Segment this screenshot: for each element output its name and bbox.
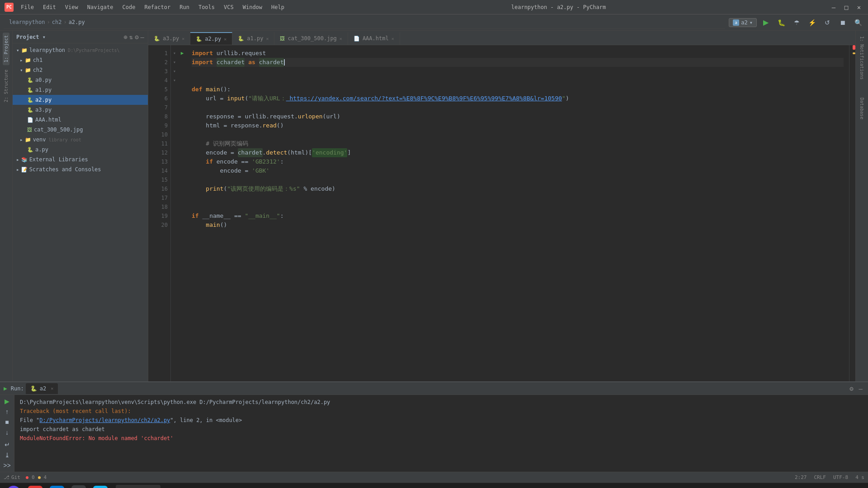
tree-item-a1[interactable]: 🐍 a1.py (13, 85, 148, 95)
run-line-19[interactable]: ▶ (178, 49, 186, 58)
fold-16[interactable]: ▾ (171, 76, 178, 85)
tree-item-aaa[interactable]: 📄 AAA.html (13, 115, 148, 125)
ch2-folder-icon: 📁 (25, 67, 31, 73)
taskbar-item-red[interactable]: 🛡 (25, 483, 45, 488)
sidebar-add-icon[interactable]: ⊕ (123, 33, 127, 41)
run-stop-button[interactable]: ■ (2, 418, 13, 426)
menu-file[interactable]: File (17, 3, 38, 11)
run-configuration[interactable]: a a2 ▾ (729, 18, 757, 27)
editor-scrollbar[interactable] (849, 45, 855, 381)
menu-navigate[interactable]: Navigate (84, 3, 117, 11)
code-line-3 (192, 67, 844, 76)
tree-item-venv[interactable]: ▸ 📁 venv library root (13, 135, 148, 145)
run-play-button[interactable]: ▶ (2, 397, 13, 405)
run-more-button[interactable]: >> (2, 461, 13, 470)
tree-item-a2[interactable]: 🐍 a2.py (13, 95, 148, 105)
status-errors[interactable]: 0 4 (26, 474, 47, 480)
menu-edit[interactable]: Edit (39, 3, 60, 11)
warning-marker (853, 52, 855, 54)
extlib-expand-icon: ▸ (16, 157, 19, 163)
run-button[interactable]: ▶ (760, 17, 772, 28)
run-config-dropdown[interactable]: ▾ (750, 19, 753, 26)
search-everywhere[interactable]: 🔍 (852, 17, 864, 28)
tree-item-cat[interactable]: 🖼 cat_300_500.jpg (13, 125, 148, 135)
tab-a1-close[interactable]: ✕ (266, 36, 269, 41)
maximize-button[interactable]: □ (842, 4, 851, 11)
run-scroll-button[interactable]: ⤓ (2, 451, 13, 460)
fold-1[interactable]: ▾ (171, 49, 178, 58)
panel-toggle-project[interactable]: 1: Project (3, 33, 9, 65)
fold-2[interactable]: ▾ (171, 58, 178, 67)
status-crlf[interactable]: CRLF (814, 474, 826, 480)
stop-button[interactable]: ⏹ (836, 17, 849, 28)
panel-notifications[interactable]: 1: Notifications (859, 33, 865, 83)
tree-item-ch2[interactable]: ▾ 📁 ch2 (13, 65, 148, 75)
run-config-label: a2 (741, 19, 747, 26)
run-tab-close[interactable]: ✕ (51, 386, 53, 391)
menu-window[interactable]: Window (239, 3, 266, 11)
fold-5[interactable]: ▾ (171, 67, 178, 76)
status-line-col[interactable]: 2:27 (795, 474, 807, 480)
tab-run-a2[interactable]: 🐍 a2 ✕ (26, 383, 58, 394)
code-line-12: encode = chardet.detect(html)['encoding'… (192, 148, 844, 157)
tree-item-a[interactable]: 🐍 a.py (13, 145, 148, 155)
status-git[interactable]: ⎇ Git (4, 474, 20, 480)
menu-refactor[interactable]: Refactor (141, 3, 174, 11)
sidebar-collapse-icon[interactable]: ⇅ (129, 33, 133, 41)
breadcrumb-file[interactable]: a2.py (69, 19, 85, 25)
taskbar-item-qq[interactable]: Q (90, 483, 110, 488)
run-up-button[interactable]: ↑ (2, 407, 13, 416)
menu-run[interactable]: Run (176, 3, 193, 11)
tree-item-a3[interactable]: 🐍 a3.py (13, 105, 148, 115)
close-button[interactable]: ✕ (854, 4, 863, 11)
tab-a3[interactable]: 🐍 a3.py ✕ (148, 32, 190, 45)
tab-a2[interactable]: 🐍 a2.py ✕ (190, 32, 232, 45)
panel-toggle-structure[interactable]: 2: Structure (3, 67, 9, 105)
tree-item-external-libs[interactable]: ▸ 📚 External Libraries (13, 155, 148, 164)
sidebar-minimize-icon[interactable]: — (141, 33, 144, 41)
rerun-button[interactable]: ↺ (821, 17, 834, 28)
tab-aaa-close[interactable]: ✕ (392, 36, 394, 41)
menu-tools[interactable]: Tools (195, 3, 218, 11)
menu-code[interactable]: Code (119, 3, 139, 11)
tree-item-a0[interactable]: 🐍 a0.py (13, 75, 148, 85)
run-file-link[interactable]: D:/PycharmProjects/learnpython/ch2/a2.py (39, 417, 170, 423)
tab-cat[interactable]: 🖼 cat_300_500.jpg ✕ (274, 32, 348, 45)
debug-button[interactable]: 🐛 (775, 17, 788, 28)
breadcrumb-ch2[interactable]: ch2 (52, 19, 62, 25)
run-down-button[interactable]: ↓ (2, 428, 13, 436)
menu-view[interactable]: View (61, 3, 82, 11)
right-panel: 1: Notifications Database (855, 31, 868, 381)
minimize-panel-icon[interactable]: — (857, 384, 864, 393)
tree-item-root[interactable]: ▾ 📁 learnpython D:\PycharmProjects\ (13, 45, 148, 55)
minimize-button[interactable]: — (829, 4, 838, 11)
status-indent[interactable]: 4 s (855, 474, 864, 480)
tab-cat-close[interactable]: ✕ (340, 36, 342, 41)
coverage-button[interactable]: ☂ (790, 17, 803, 28)
tree-item-ch1[interactable]: ▸ 📁 ch1 (13, 55, 148, 65)
taskbar-item-pycharm[interactable]: PC (69, 483, 89, 488)
run-label: Run: (11, 385, 24, 392)
code-content[interactable]: import urllib.request import cchardet as… (186, 45, 849, 381)
breadcrumb-project[interactable]: learnpython (9, 19, 45, 25)
profile-button[interactable]: ⚡ (806, 17, 818, 28)
settings-icon[interactable]: ⚙ (848, 384, 855, 393)
taskbar-terminal[interactable]: ⬛ Terminal (116, 485, 160, 488)
sidebar-tree: ▾ 📁 learnpython D:\PycharmProjects\ ▸ 📁 … (13, 43, 148, 381)
error-indicator (26, 476, 28, 479)
run-wrap-button[interactable]: ↵ (2, 441, 13, 449)
panel-database[interactable]: Database (859, 94, 865, 123)
menu-vcs[interactable]: VCS (220, 3, 237, 11)
code-editor[interactable]: 12345 678910 1112131415 1617181920 ▾ ▾ ▾ (148, 45, 855, 381)
sidebar-settings-icon[interactable]: ⚙ (135, 33, 138, 41)
tab-aaa[interactable]: 📄 AAA.html ✕ (348, 32, 400, 45)
status-encoding[interactable]: UTF-8 (833, 474, 848, 480)
code-line-2: import cchardet as chardet (192, 58, 844, 67)
menu-help[interactable]: Help (268, 3, 288, 11)
taskbar-arc[interactable]: A (4, 483, 24, 488)
tab-a2-close[interactable]: ✕ (224, 37, 226, 42)
tab-a3-close[interactable]: ✕ (182, 36, 184, 41)
tab-a1[interactable]: 🐍 a1.py ✕ (232, 32, 274, 45)
tree-item-scratches[interactable]: ▸ 📝 Scratches and Consoles (13, 164, 148, 174)
taskbar-item-edge[interactable]: e (47, 483, 67, 488)
